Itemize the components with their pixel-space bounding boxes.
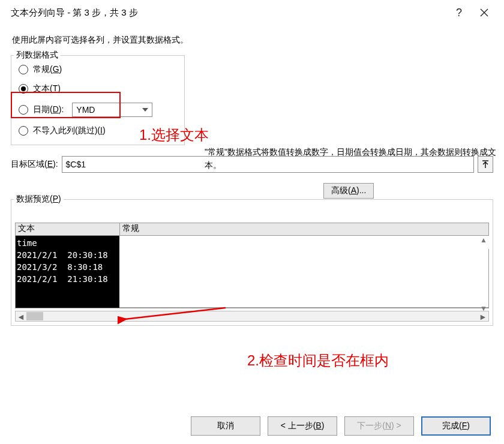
destination-value: $C$1 <box>66 160 86 169</box>
close-icon <box>480 8 488 17</box>
scroll-up-icon: ▲ <box>478 236 489 244</box>
scroll-thumb[interactable] <box>26 312 43 320</box>
scroll-right-icon: ► <box>479 312 487 322</box>
preview-data-col2[interactable] <box>119 249 489 308</box>
radio-date[interactable]: 日期(D): YMD <box>19 103 178 117</box>
annotation-text-1: 1.选择文本 <box>139 125 209 145</box>
annotation-text-2: 2.检查时间是否在框内 <box>247 351 389 370</box>
radio-text[interactable]: 文本(T) <box>19 83 178 94</box>
close-button[interactable] <box>472 4 497 21</box>
radio-icon <box>19 126 28 136</box>
scroll-left-icon: ◄ <box>17 312 25 322</box>
radio-label: 常规(G) <box>33 64 62 75</box>
preview-header-row: 文本 常规 <box>15 223 489 236</box>
dialog-title: 文本分列向导 - 第 3 步，共 3 步 <box>11 7 446 19</box>
preview-legend: 数据预览(P) <box>14 194 64 205</box>
format-description: "常规"数据格式将数值转换成数字，日期值会转换成日期，其余数据则转换成文本。 <box>205 145 499 172</box>
advanced-button[interactable]: 高级(A)... <box>323 183 374 199</box>
vertical-scrollbar[interactable]: ▲ ▼ <box>478 236 489 313</box>
next-button: 下一步(N) > <box>344 416 414 436</box>
radio-label: 不导入此列(跳过)(I) <box>33 125 106 136</box>
radio-label: 文本(T) <box>33 83 61 94</box>
radio-icon <box>19 84 28 94</box>
back-button[interactable]: < 上一步(B) <box>268 416 337 436</box>
finish-button[interactable]: 完成(F) <box>421 416 491 436</box>
date-format-select[interactable]: YMD <box>72 103 152 117</box>
chevron-down-icon <box>140 105 150 115</box>
radio-label: 日期(D): <box>33 104 64 115</box>
radio-general[interactable]: 常规(G) <box>19 64 178 75</box>
cancel-button[interactable]: 取消 <box>191 416 260 436</box>
destination-label: 目标区域(E): <box>11 159 58 170</box>
fieldset-legend: 列数据格式 <box>14 50 61 61</box>
preview-data-col1[interactable]: time 2021/2/1 20:30:18 2021/3/2 8:30:18 … <box>15 236 119 308</box>
horizontal-scrollbar[interactable]: ◄ ► <box>15 311 489 322</box>
intro-text: 使用此屏内容可选择各列，并设置其数据格式。 <box>12 35 493 46</box>
date-format-value: YMD <box>76 105 95 115</box>
data-preview: 数据预览(P) 文本 常规 time 2021/2/1 20:30:18 202… <box>11 199 493 326</box>
radio-icon <box>19 105 28 115</box>
preview-header-col2: 常规 <box>120 223 488 235</box>
radio-icon <box>19 65 28 74</box>
help-button[interactable]: ? <box>446 4 472 21</box>
preview-header-col1: 文本 <box>16 223 120 235</box>
